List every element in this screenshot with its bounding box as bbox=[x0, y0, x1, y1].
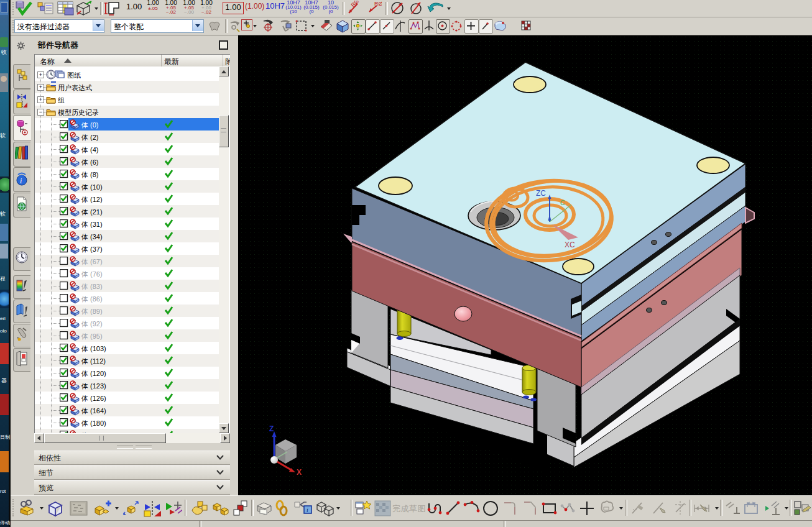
svg-text:i: i bbox=[20, 176, 22, 185]
svg-text:i: i bbox=[307, 506, 308, 513]
svg-text:RØ: RØ bbox=[350, 1, 361, 9]
svg-text:ZC: ZC bbox=[536, 189, 546, 198]
svg-text:RØ: RØ bbox=[374, 1, 382, 7]
svg-text:X: X bbox=[297, 468, 302, 477]
svg-text:C: C bbox=[560, 199, 565, 206]
svg-text:Z: Z bbox=[269, 424, 274, 433]
svg-text:XC: XC bbox=[565, 241, 575, 249]
